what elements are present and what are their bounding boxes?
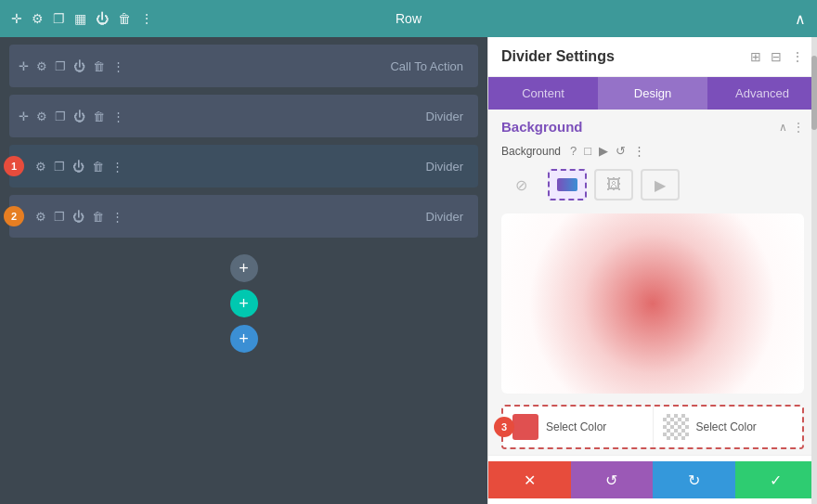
row-wrapper-3: 1 ⚙ ❐ ⏻ 🗑 ⋮ Divider <box>9 145 478 187</box>
row-title: Row <box>396 11 421 26</box>
row-wrapper-1: ✛ ⚙ ❐ ⏻ 🗑 ⋮ Call To Action <box>9 45 478 87</box>
badge-3: 3 <box>494 417 514 437</box>
tabs: Content Design Advanced <box>488 77 817 110</box>
row-item-2-label: Divider <box>426 110 463 123</box>
power-icon-3[interactable]: ⏻ <box>72 160 84 174</box>
collapse-section-icon[interactable]: ∧ <box>779 121 787 134</box>
trash-icon-2[interactable]: 🗑 <box>93 110 105 123</box>
color-selector-1[interactable]: Select Color <box>503 407 654 447</box>
row-item-1-icons: ✛ ⚙ ❐ ⏻ 🗑 ⋮ <box>19 59 124 73</box>
reset-btn[interactable]: ↺ <box>571 461 654 498</box>
tab-content[interactable]: Content <box>488 77 598 110</box>
bg-icons: ? □ ▶ ↺ ⋮ <box>570 144 645 158</box>
scroll-thumb[interactable] <box>811 56 817 130</box>
section-header-icons: ∧ ⋮ <box>779 121 804 134</box>
settings-icon-3[interactable]: ⚙ <box>35 160 46 174</box>
svg-rect-0 <box>557 178 577 191</box>
more-icon-4[interactable]: ⋮ <box>111 210 123 224</box>
type-icons-row: ⊘ 🖼 ▶ <box>488 165 817 208</box>
scroll-track[interactable] <box>811 37 817 504</box>
undo-icon[interactable]: ↺ <box>616 144 626 158</box>
row-item-call-to-action[interactable]: ✛ ⚙ ❐ ⏻ 🗑 ⋮ Call To Action <box>9 45 478 87</box>
collapse-icon[interactable]: ∧ <box>795 10 806 28</box>
image-icon: 🖼 <box>606 176 621 193</box>
row-item-divider-3[interactable]: ⚙ ❐ ⏻ 🗑 ⋮ Divider <box>9 195 478 238</box>
duplicate-icon[interactable]: ❐ <box>53 11 65 26</box>
badge-1: 1 <box>4 156 24 176</box>
panel-icon-1[interactable]: ⊞ <box>750 49 761 64</box>
move-icon-1[interactable]: ✛ <box>19 59 29 73</box>
panel-header-icons: ⊞ ⊟ ⋮ <box>750 49 804 64</box>
move-icon[interactable]: ✛ <box>11 11 22 26</box>
bg-type-image[interactable]: 🖼 <box>594 169 633 200</box>
more-icon-2[interactable]: ⋮ <box>112 110 124 123</box>
panel-menu-icon[interactable]: ⋮ <box>791 49 804 64</box>
more-icon-1[interactable]: ⋮ <box>112 59 124 73</box>
left-panel: ✛ ⚙ ❐ ⏻ 🗑 ⋮ Call To Action ✛ ⚙ ❐ ⏻ 🗑 <box>0 37 487 504</box>
power-icon-1[interactable]: ⏻ <box>73 59 85 73</box>
row-item-3-label: Divider <box>426 160 463 174</box>
right-panel: Divider Settings ⊞ ⊟ ⋮ Content Design Ad… <box>487 37 817 504</box>
dup-icon-2[interactable]: ❐ <box>55 110 66 123</box>
no-bg-icon: ⊘ <box>515 176 527 194</box>
dup-icon-4[interactable]: ❐ <box>54 210 65 224</box>
trash-icon-1[interactable]: 🗑 <box>93 59 105 73</box>
settings-icon-4[interactable]: ⚙ <box>35 210 46 224</box>
dup-icon-1[interactable]: ❐ <box>55 59 66 73</box>
power-icon[interactable]: ⏻ <box>96 11 109 26</box>
color-selector-2[interactable]: Select Color <box>654 407 803 447</box>
trash-icon[interactable]: 🗑 <box>118 11 131 26</box>
more-icon-3[interactable]: ⋮ <box>111 160 123 174</box>
help-icon[interactable]: ? <box>570 144 577 158</box>
columns-icon[interactable]: ▦ <box>74 11 86 26</box>
gradient-icon <box>557 176 577 193</box>
row-item-2-icons: ✛ ⚙ ❐ ⏻ 🗑 ⋮ <box>19 110 124 123</box>
more-bg-icon[interactable]: ⋮ <box>633 144 645 158</box>
more-icon[interactable]: ⋮ <box>140 11 153 26</box>
section-menu-icon[interactable]: ⋮ <box>793 121 804 134</box>
badge-2: 2 <box>4 206 24 226</box>
section-header: Background ∧ ⋮ <box>488 110 817 140</box>
bg-type-none[interactable]: ⊘ <box>501 169 540 200</box>
row-wrapper-2: ✛ ⚙ ❐ ⏻ 🗑 ⋮ Divider <box>9 95 478 137</box>
desktop-icon[interactable]: □ <box>584 144 591 158</box>
move-icon-2[interactable]: ✛ <box>19 110 29 123</box>
power-icon-4[interactable]: ⏻ <box>72 210 84 224</box>
cursor-icon[interactable]: ▶ <box>599 144 608 158</box>
bg-controls: Background ? □ ▶ ↺ ⋮ <box>488 140 817 165</box>
settings-icon[interactable]: ⚙ <box>32 11 44 26</box>
color-selector-1-label: Select Color <box>546 420 606 433</box>
tab-design[interactable]: Design <box>598 77 707 110</box>
row-item-divider-1[interactable]: ✛ ⚙ ❐ ⏻ 🗑 ⋮ Divider <box>9 95 478 137</box>
color-swatch-red <box>512 414 538 440</box>
color-selectors: Select Color Select Color <box>501 405 804 449</box>
settings-icon-1[interactable]: ⚙ <box>36 59 47 73</box>
top-bar-left-icons: ✛ ⚙ ❐ ▦ ⏻ 🗑 ⋮ <box>11 11 153 26</box>
tab-advanced[interactable]: Advanced <box>707 77 817 110</box>
section-title: Background <box>501 119 583 135</box>
bg-type-video[interactable]: ▶ <box>641 169 680 200</box>
dup-icon-3[interactable]: ❐ <box>54 160 65 174</box>
add-btn-gray[interactable]: + <box>230 254 258 282</box>
trash-icon-4[interactable]: 🗑 <box>92 210 104 224</box>
add-buttons: + + + <box>9 254 478 353</box>
row-item-4-icons: ⚙ ❐ ⏻ 🗑 ⋮ <box>35 210 123 224</box>
top-bar-right: ∧ <box>795 10 806 28</box>
panel-icon-2[interactable]: ⊟ <box>771 49 782 64</box>
add-btn-teal[interactable]: + <box>230 290 258 317</box>
settings-icon-2[interactable]: ⚙ <box>36 110 47 123</box>
row-item-1-label: Call To Action <box>390 59 463 73</box>
power-icon-2[interactable]: ⏻ <box>73 110 85 123</box>
add-btn-blue[interactable]: + <box>230 325 258 353</box>
color-selectors-wrapper: 3 Select Color Select Color <box>488 399 817 455</box>
trash-icon-3[interactable]: 🗑 <box>92 160 104 174</box>
color-swatch-checker <box>663 414 689 440</box>
top-bar: ✛ ⚙ ❐ ▦ ⏻ 🗑 ⋮ Row ∧ <box>0 0 817 37</box>
bg-type-gradient[interactable] <box>548 169 587 200</box>
redo-btn[interactable]: ↻ <box>653 461 735 498</box>
cancel-btn[interactable]: ✕ <box>488 461 571 498</box>
confirm-btn[interactable]: ✓ <box>735 461 818 498</box>
row-item-divider-2[interactable]: ⚙ ❐ ⏻ 🗑 ⋮ Divider <box>9 145 478 187</box>
panel-title: Divider Settings <box>501 48 615 65</box>
action-bar: ✕ ↺ ↻ ✓ <box>488 455 817 504</box>
